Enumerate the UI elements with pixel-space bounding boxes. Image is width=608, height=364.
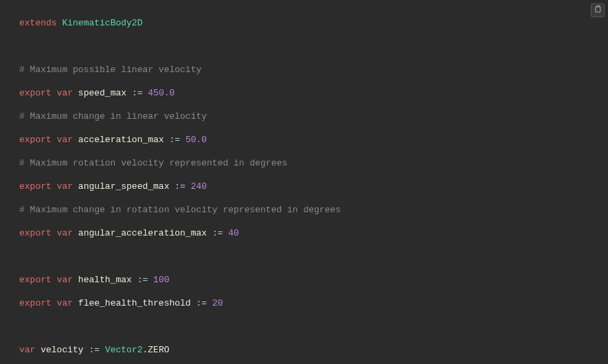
code-comment: # Maximum change in linear velocity [19,111,608,122]
svg-rect-0 [596,7,600,12]
code-line: export var speed_max := 450.0 [19,87,608,99]
code-line: export var health_max := 100 [19,274,608,286]
code-block: extends KinematicBody2D # Maximum possib… [0,0,608,364]
clipboard-icon [594,5,602,16]
code-line: export var angular_acceleration_max := 4… [19,227,608,239]
code-line: extends KinematicBody2D [19,17,608,29]
copy-button[interactable] [591,3,605,17]
code-line: export var angular_speed_max := 240 [19,181,608,192]
code-comment: # Maximum possible linear velocity [19,64,608,76]
code-comment: # Maximum rotation velocity represented … [19,157,608,169]
code-comment: # Maximum change in rotation velocity re… [19,204,608,216]
code-line: export var flee_health_threshold := 20 [19,297,608,309]
code-line: export var acceleration_max := 50.0 [19,134,608,146]
code-line: var velocity := Vector2.ZERO [19,344,608,356]
